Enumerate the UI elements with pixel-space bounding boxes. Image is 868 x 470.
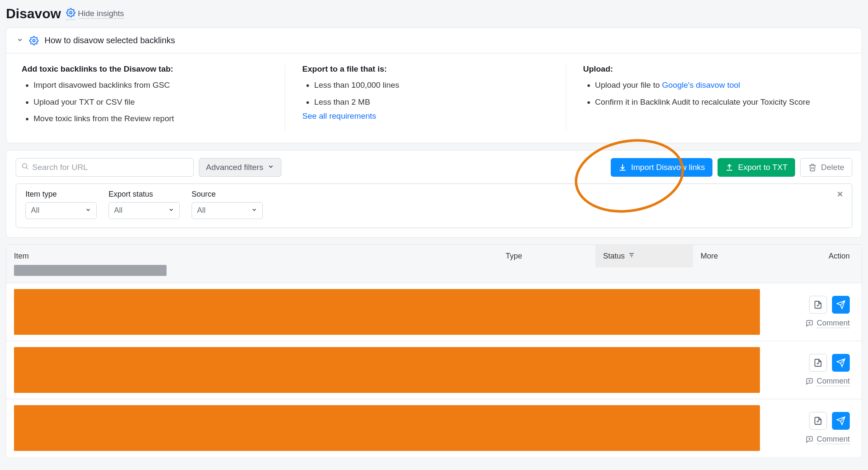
gear-icon [66,8,75,20]
item-type-select[interactable]: All [25,202,97,219]
export-status-value: All [114,206,122,215]
search-icon [21,162,29,172]
insights-col1-item: Move toxic links from the Review report [33,113,268,124]
comment-button[interactable]: Comment [806,319,850,328]
sort-icon [628,252,635,261]
page-header: Disavow Hide insights [6,6,862,22]
insights-col1-item: Upload your TXT or CSV file [33,97,268,108]
redacted-bar [14,265,167,276]
insights-col-2: Export to a file that is: Less than 100,… [285,64,565,130]
send-button[interactable] [832,412,850,430]
filter-source: Source All [192,190,263,219]
insights-col2-title: Export to a file that is: [302,64,548,74]
source-value: All [197,206,206,215]
row-actions: Comment [760,412,854,444]
insights-title: How to disavow selected backlinks [45,36,175,45]
insights-col3-item: Confirm it in Backlink Audit to recalcul… [595,97,829,108]
chevron-down-icon [251,206,257,215]
send-button[interactable] [832,354,850,372]
insights-header[interactable]: How to disavow selected backlinks [6,28,862,53]
svg-point-2 [22,164,27,168]
note-button[interactable] [809,354,827,372]
table-row: Comment [6,341,862,399]
redacted-content [14,347,760,393]
th-status[interactable]: Status [595,245,693,267]
note-button[interactable] [809,412,827,430]
chevron-down-icon [267,163,274,172]
th-status-label: Status [603,252,625,261]
upload-icon [725,163,734,172]
table-row: Comment [6,399,862,457]
close-filters-button[interactable] [836,190,844,200]
table-body: Comment Comment [6,283,862,457]
table-header: Item Type Status More Action [6,245,862,283]
comment-button[interactable]: Comment [806,435,850,444]
redacted-content [14,289,760,335]
advanced-filters-label: Advanced filters [206,163,263,172]
comment-button[interactable]: Comment [806,377,850,386]
svg-point-1 [33,39,35,42]
export-status-select[interactable]: All [108,202,180,219]
insights-col-3: Upload: Upload your file to Google's dis… [566,64,846,130]
filter-item-type: Item type All [25,190,97,219]
toolbar-row: Advanced filters Import Disavow links Ex… [16,158,852,177]
insights-col3-item: Upload your file to Google's disavow too… [595,80,829,91]
insights-body: Add toxic backlinks to the Disavow tab: … [6,53,862,143]
trash-icon [808,163,817,172]
comment-label: Comment [817,377,850,386]
hide-insights-button[interactable]: Hide insights [66,8,124,20]
delete-label: Delete [821,163,844,172]
row-actions: Comment [760,354,854,386]
insights-col3-title: Upload: [583,64,829,74]
search-input-wrap[interactable] [16,158,194,177]
page-title: Disavow [6,6,61,22]
insights-col-1: Add toxic backlinks to the Disavow tab: … [22,64,285,130]
insights-col2-item: Less than 2 MB [314,97,548,108]
comment-label: Comment [817,435,850,444]
table-row: Comment [6,283,862,341]
svg-line-3 [26,168,28,169]
delete-button[interactable]: Delete [800,158,852,177]
search-input[interactable] [32,163,188,172]
th-item[interactable]: Item [6,245,498,283]
filters-row: Item type All Export status All Source A… [16,184,852,228]
th-item-label: Item [14,252,490,261]
gear-icon [29,36,39,45]
item-type-value: All [31,206,39,215]
send-button[interactable] [832,296,850,314]
insights-col2-item: Less than 100,000 lines [314,80,548,91]
note-button[interactable] [809,296,827,314]
row-actions: Comment [760,296,854,328]
hide-insights-label: Hide insights [78,9,124,19]
th-action: Action [771,245,862,267]
redacted-content [14,405,760,451]
import-disavow-button[interactable]: Import Disavow links [611,158,712,177]
table: Item Type Status More Action [6,245,862,457]
filter-label: Source [192,190,263,199]
filter-label: Item type [25,190,97,199]
chevron-down-icon [85,206,91,215]
source-select[interactable]: All [192,202,263,219]
insights-col1-title: Add toxic backlinks to the Disavow tab: [22,64,268,74]
toolbar-card: Advanced filters Import Disavow links Ex… [6,150,862,238]
see-all-requirements-link[interactable]: See all requirements [302,111,548,121]
filter-export-status: Export status All [108,190,180,219]
insights-col3-item1-prefix: Upload your file to [595,81,662,89]
svg-point-0 [70,11,72,14]
export-txt-button[interactable]: Export to TXT [718,158,795,177]
google-disavow-link[interactable]: Google's disavow tool [662,81,740,89]
th-more[interactable]: More [693,245,771,267]
filter-label: Export status [108,190,180,199]
advanced-filters-button[interactable]: Advanced filters [199,158,281,177]
comment-label: Comment [817,319,850,328]
insights-col1-item: Import disavowed backlinks from GSC [33,80,268,91]
chevron-down-icon [17,36,23,45]
insights-card: How to disavow selected backlinks Add to… [6,28,862,143]
download-icon [618,163,627,172]
th-type[interactable]: Type [498,245,595,267]
import-label: Import Disavow links [631,163,705,172]
export-label: Export to TXT [738,163,787,172]
chevron-down-icon [168,206,174,215]
